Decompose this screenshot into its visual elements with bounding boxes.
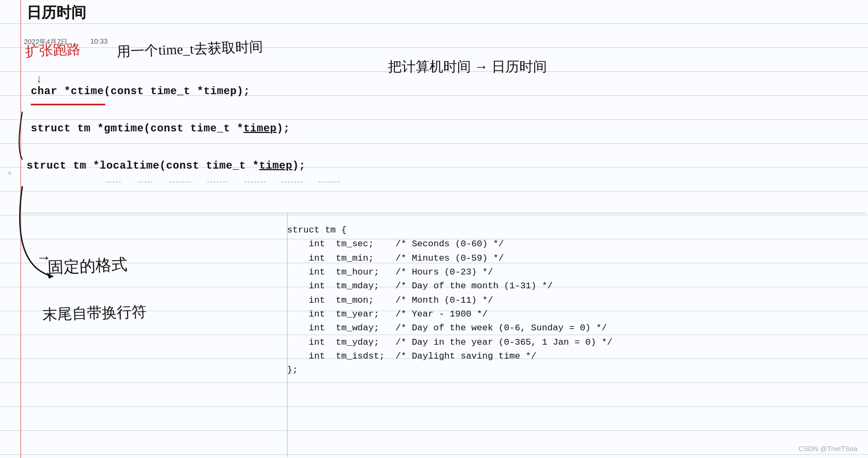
struct-line-8: int tm_yday; /* Day in the year (0-365, … <box>287 336 612 349</box>
struct-line-9: int tm_isdst; /* Daylight saving time */ <box>287 349 612 363</box>
fixed-format-annotation: 固定的格式 <box>47 254 128 278</box>
ctime-code: char *ctime(const time_t *timep); <box>31 85 250 97</box>
divider-horizontal <box>20 213 865 213</box>
struct-tm-block: struct tm { int tm_sec; /* Seconds (0-60… <box>287 223 612 378</box>
gmtime-text: struct tm *gmtime(const time_t *timep); <box>31 122 290 135</box>
gmtime-code: struct tm *gmtime(const time_t *timep); <box>31 122 290 135</box>
red-annotation: 扩张跑路 <box>25 42 81 59</box>
struct-line-6: int tm_year; /* Year - 1900 */ <box>287 307 612 321</box>
time-stamp: 10:33 <box>90 37 108 45</box>
no-format-annotation: 末尾自带换行符 <box>42 302 147 326</box>
struct-line-2: int tm_min; /* Minutes (0-59) */ <box>287 252 612 265</box>
arrow-down-red: ↓ <box>36 72 42 86</box>
localtime-bullet: ◦ <box>8 168 11 179</box>
struct-line-7: int tm_wday; /* Day of the week (0-6, Su… <box>287 321 612 335</box>
struct-line-5: int tm_mon; /* Month (0-11) */ <box>287 294 612 307</box>
margin-line <box>20 0 21 458</box>
right-top-annotation: 把计算机时间 → 日历时间 <box>388 57 547 76</box>
localtime-text: struct tm *localtime(const time_t *timep… <box>27 160 306 172</box>
page-title: 日历时间 <box>27 3 86 23</box>
ctime-underline <box>31 104 105 105</box>
struct-line-0: struct tm { <box>287 223 612 237</box>
localtime-code: struct tm *localtime(const time_t *timep… <box>27 160 306 172</box>
struct-line-1: int tm_sec; /* Seconds (0-60) */ <box>287 237 612 251</box>
ctime-text: char *ctime(const time_t *timep); <box>31 85 250 97</box>
struct-line-10: }; <box>287 363 612 377</box>
struct-line-3: int tm_hour; /* Hours (0-23) */ <box>287 265 612 279</box>
watermark: CSDN @TheITSea <box>798 445 857 453</box>
struct-line-4: int tm_mday; /* Day of the month (1-31) … <box>287 279 612 293</box>
